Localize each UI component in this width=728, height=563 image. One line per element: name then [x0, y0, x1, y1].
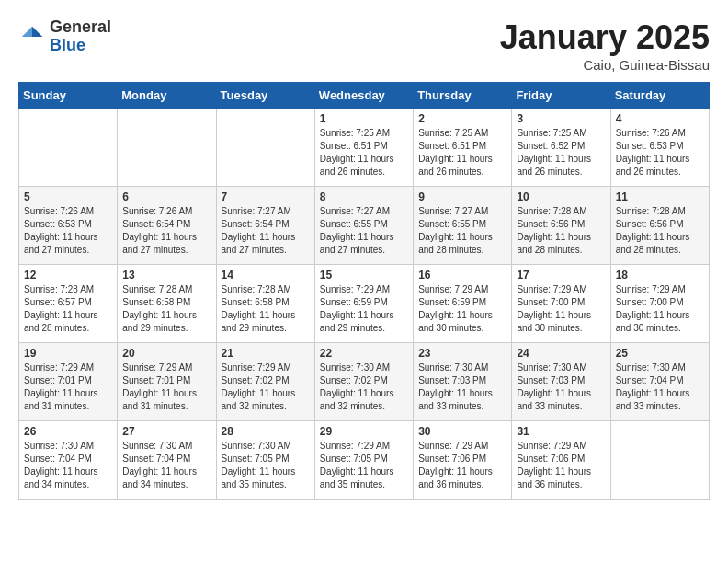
day-number: 11	[616, 190, 704, 203]
logo-icon	[18, 23, 46, 51]
table-row: 1 Sunrise: 7:25 AMSunset: 6:51 PMDayligh…	[314, 109, 413, 187]
day-number: 9	[418, 190, 506, 203]
table-row: 19 Sunrise: 7:29 AMSunset: 7:01 PMDaylig…	[19, 343, 118, 421]
title-block: January 2025 Caio, Guinea-Bissau	[500, 18, 710, 73]
svg-marker-1	[22, 27, 32, 37]
day-info: Sunrise: 7:29 AMSunset: 7:06 PMDaylight:…	[418, 440, 506, 491]
table-row: 18 Sunrise: 7:29 AMSunset: 7:00 PMDaylig…	[610, 265, 709, 343]
day-info: Sunrise: 7:30 AMSunset: 7:04 PMDaylight:…	[122, 440, 210, 491]
day-info: Sunrise: 7:29 AMSunset: 6:59 PMDaylight:…	[320, 283, 408, 335]
col-thursday: Thursday	[414, 83, 512, 109]
table-row: 22 Sunrise: 7:30 AMSunset: 7:02 PMDaylig…	[314, 343, 413, 421]
table-row	[216, 109, 314, 187]
day-number: 21	[222, 347, 310, 360]
day-number: 16	[418, 269, 506, 282]
table-row: 26 Sunrise: 7:30 AMSunset: 7:04 PMDaylig…	[19, 421, 118, 500]
day-number: 18	[616, 269, 704, 282]
table-row: 5 Sunrise: 7:26 AMSunset: 6:53 PMDayligh…	[19, 187, 118, 265]
day-info: Sunrise: 7:29 AMSunset: 7:00 PMDaylight:…	[517, 283, 605, 335]
day-number: 30	[418, 425, 506, 438]
day-info: Sunrise: 7:25 AMSunset: 6:52 PMDaylight:…	[517, 127, 605, 178]
day-number: 24	[517, 347, 605, 360]
day-number: 22	[320, 347, 408, 360]
day-info: Sunrise: 7:29 AMSunset: 7:02 PMDaylight:…	[222, 362, 310, 413]
day-info: Sunrise: 7:30 AMSunset: 7:03 PMDaylight:…	[517, 362, 605, 413]
day-number: 29	[320, 425, 408, 438]
logo-text: General Blue	[50, 18, 111, 55]
day-number: 31	[517, 425, 605, 438]
table-row: 14 Sunrise: 7:28 AMSunset: 6:58 PMDaylig…	[216, 265, 314, 343]
table-row: 11 Sunrise: 7:28 AMSunset: 6:56 PMDaylig…	[610, 187, 709, 265]
table-row	[610, 421, 709, 500]
table-row: 24 Sunrise: 7:30 AMSunset: 7:03 PMDaylig…	[512, 343, 610, 421]
day-info: Sunrise: 7:29 AMSunset: 7:01 PMDaylight:…	[24, 362, 112, 413]
table-row: 15 Sunrise: 7:29 AMSunset: 6:59 PMDaylig…	[314, 265, 413, 343]
table-row: 30 Sunrise: 7:29 AMSunset: 7:06 PMDaylig…	[414, 421, 512, 500]
table-row: 3 Sunrise: 7:25 AMSunset: 6:52 PMDayligh…	[512, 109, 610, 187]
day-info: Sunrise: 7:28 AMSunset: 6:58 PMDaylight:…	[222, 283, 310, 335]
day-info: Sunrise: 7:30 AMSunset: 7:02 PMDaylight:…	[320, 362, 408, 413]
day-number: 20	[122, 347, 210, 360]
day-info: Sunrise: 7:27 AMSunset: 6:55 PMDaylight:…	[320, 205, 408, 257]
col-monday: Monday	[118, 83, 216, 109]
day-info: Sunrise: 7:28 AMSunset: 6:56 PMDaylight:…	[517, 205, 605, 257]
calendar-week-row: 26 Sunrise: 7:30 AMSunset: 7:04 PMDaylig…	[19, 421, 710, 500]
day-info: Sunrise: 7:28 AMSunset: 6:56 PMDaylight:…	[616, 205, 704, 257]
day-info: Sunrise: 7:29 AMSunset: 7:06 PMDaylight:…	[517, 440, 605, 491]
logo-blue: Blue	[50, 37, 111, 55]
day-info: Sunrise: 7:30 AMSunset: 7:05 PMDaylight:…	[222, 440, 310, 491]
day-info: Sunrise: 7:26 AMSunset: 6:53 PMDaylight:…	[24, 205, 112, 257]
table-row: 21 Sunrise: 7:29 AMSunset: 7:02 PMDaylig…	[216, 343, 314, 421]
table-row: 23 Sunrise: 7:30 AMSunset: 7:03 PMDaylig…	[414, 343, 512, 421]
calendar-week-row: 1 Sunrise: 7:25 AMSunset: 6:51 PMDayligh…	[19, 109, 710, 187]
table-row: 9 Sunrise: 7:27 AMSunset: 6:55 PMDayligh…	[414, 187, 512, 265]
col-sunday: Sunday	[19, 83, 118, 109]
logo-general: General	[50, 18, 111, 37]
day-number: 3	[517, 112, 605, 125]
table-row: 20 Sunrise: 7:29 AMSunset: 7:01 PMDaylig…	[118, 343, 216, 421]
day-info: Sunrise: 7:30 AMSunset: 7:03 PMDaylight:…	[418, 362, 506, 413]
day-info: Sunrise: 7:29 AMSunset: 7:05 PMDaylight:…	[320, 440, 408, 491]
day-number: 12	[24, 269, 112, 282]
col-saturday: Saturday	[610, 83, 709, 109]
day-info: Sunrise: 7:25 AMSunset: 6:51 PMDaylight:…	[320, 127, 408, 178]
day-info: Sunrise: 7:28 AMSunset: 6:58 PMDaylight:…	[122, 283, 210, 335]
day-info: Sunrise: 7:28 AMSunset: 6:57 PMDaylight:…	[24, 283, 112, 335]
day-number: 25	[616, 347, 704, 360]
day-number: 28	[222, 425, 310, 438]
location: Caio, Guinea-Bissau	[500, 57, 710, 73]
day-number: 23	[418, 347, 506, 360]
table-row: 13 Sunrise: 7:28 AMSunset: 6:58 PMDaylig…	[118, 265, 216, 343]
col-wednesday: Wednesday	[314, 83, 413, 109]
calendar-table: Sunday Monday Tuesday Wednesday Thursday…	[18, 82, 710, 500]
day-info: Sunrise: 7:27 AMSunset: 6:54 PMDaylight:…	[222, 205, 310, 257]
logo: General Blue	[18, 18, 111, 55]
calendar-week-row: 5 Sunrise: 7:26 AMSunset: 6:53 PMDayligh…	[19, 187, 710, 265]
day-info: Sunrise: 7:25 AMSunset: 6:51 PMDaylight:…	[418, 127, 506, 178]
day-number: 4	[616, 112, 704, 125]
day-number: 2	[418, 112, 506, 125]
table-row: 16 Sunrise: 7:29 AMSunset: 6:59 PMDaylig…	[414, 265, 512, 343]
day-info: Sunrise: 7:26 AMSunset: 6:54 PMDaylight:…	[122, 205, 210, 257]
day-number: 1	[320, 112, 408, 125]
day-number: 27	[122, 425, 210, 438]
day-number: 13	[122, 269, 210, 282]
month-title: January 2025	[500, 18, 710, 57]
table-row: 28 Sunrise: 7:30 AMSunset: 7:05 PMDaylig…	[216, 421, 314, 500]
table-row: 8 Sunrise: 7:27 AMSunset: 6:55 PMDayligh…	[314, 187, 413, 265]
day-number: 26	[24, 425, 112, 438]
table-row: 29 Sunrise: 7:29 AMSunset: 7:05 PMDaylig…	[314, 421, 413, 500]
table-row: 17 Sunrise: 7:29 AMSunset: 7:00 PMDaylig…	[512, 265, 610, 343]
table-row: 7 Sunrise: 7:27 AMSunset: 6:54 PMDayligh…	[216, 187, 314, 265]
col-tuesday: Tuesday	[216, 83, 314, 109]
day-number: 8	[320, 190, 408, 203]
table-row: 12 Sunrise: 7:28 AMSunset: 6:57 PMDaylig…	[19, 265, 118, 343]
day-info: Sunrise: 7:29 AMSunset: 6:59 PMDaylight:…	[418, 283, 506, 335]
table-row: 2 Sunrise: 7:25 AMSunset: 6:51 PMDayligh…	[414, 109, 512, 187]
table-row: 27 Sunrise: 7:30 AMSunset: 7:04 PMDaylig…	[118, 421, 216, 500]
day-info: Sunrise: 7:26 AMSunset: 6:53 PMDaylight:…	[616, 127, 704, 178]
table-row: 4 Sunrise: 7:26 AMSunset: 6:53 PMDayligh…	[610, 109, 709, 187]
page-header: General Blue January 2025 Caio, Guinea-B…	[18, 18, 710, 73]
day-number: 7	[222, 190, 310, 203]
table-row: 31 Sunrise: 7:29 AMSunset: 7:06 PMDaylig…	[512, 421, 610, 500]
